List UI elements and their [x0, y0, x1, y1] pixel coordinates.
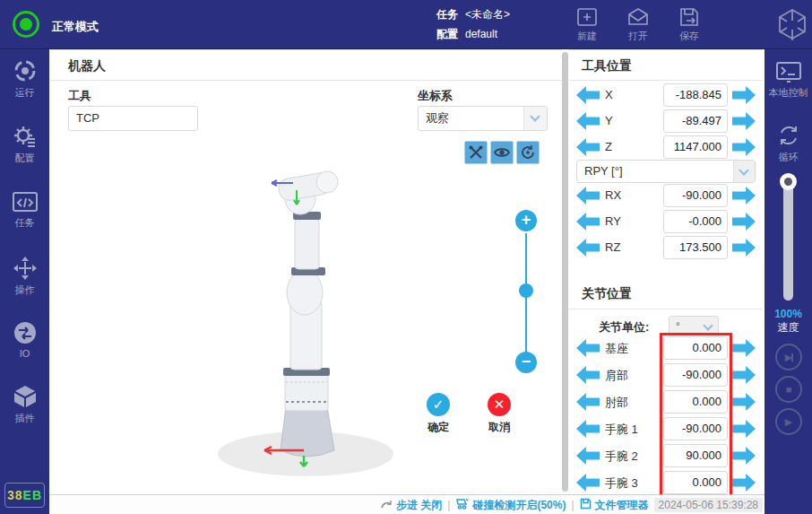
jog-plus-button[interactable] — [732, 138, 756, 156]
sidebar-item-label: 任务 — [0, 216, 49, 230]
zoom-out-button[interactable]: − — [515, 352, 537, 373]
robot-model — [216, 167, 413, 476]
jog-plus-button[interactable] — [732, 213, 756, 231]
play-button[interactable]: ▶ — [775, 408, 802, 435]
jog-minus-button[interactable] — [576, 138, 600, 156]
jog-minus-button[interactable] — [576, 447, 600, 465]
io-exchange-icon — [0, 320, 49, 345]
collision-detection-status[interactable]: 碰撞检测开启(50%) — [455, 498, 566, 513]
joint-value-input[interactable]: -90.000 — [663, 417, 728, 440]
frame-field-label: 坐标系 — [418, 88, 453, 104]
jog-plus-button[interactable] — [732, 474, 756, 492]
config-label: 配置 — [436, 28, 458, 40]
sidebar-item-io[interactable]: IO — [0, 320, 49, 359]
jog-minus-button[interactable] — [576, 213, 600, 231]
axis-value-input[interactable]: 1147.000 — [663, 135, 728, 159]
cancel-button[interactable]: ✕ — [488, 393, 511, 416]
joint-value-input[interactable]: 0.000 — [663, 336, 728, 360]
new-task-label: 新建 — [563, 30, 611, 43]
jog-plus-button[interactable] — [732, 366, 756, 384]
confirm-button[interactable]: ✓ — [427, 393, 450, 416]
chevron-down-icon — [523, 107, 547, 130]
view-visibility-button[interactable] — [490, 141, 514, 164]
view-reset-rotation-button[interactable] — [516, 141, 540, 164]
step-mode-status[interactable]: 步进 关闭 — [380, 498, 442, 513]
axis-value-input[interactable]: -90.000 — [663, 184, 728, 207]
file-manager-button[interactable]: 文件管理器 — [580, 498, 649, 513]
joint-position-title: 关节位置 — [582, 286, 632, 302]
axis-value-input[interactable]: -89.497 — [663, 109, 728, 133]
jog-plus-button[interactable] — [732, 239, 756, 257]
sidebar-item-operate[interactable]: 操作 — [0, 256, 49, 297]
jog-plus-button[interactable] — [732, 339, 756, 357]
view-tools-button[interactable] — [464, 141, 488, 164]
joint-label: 手腕 3 — [605, 475, 638, 492]
stop-button[interactable]: ■ — [775, 376, 802, 403]
cancel-label: 取消 — [472, 420, 526, 435]
open-task-button[interactable]: 打开 — [614, 6, 662, 43]
jog-plus-button[interactable] — [732, 86, 756, 104]
jog-minus-button[interactable] — [576, 420, 600, 438]
new-file-icon — [563, 6, 611, 28]
divider — [569, 309, 763, 309]
task-line: 任务<未命名> — [436, 7, 510, 22]
jog-plus-button[interactable] — [732, 187, 756, 205]
sidebar-item-config[interactable]: 配置 — [0, 124, 49, 165]
speed-slider-track[interactable] — [783, 184, 793, 301]
zoom-in-button[interactable]: + — [515, 210, 537, 231]
jog-minus-button[interactable] — [576, 474, 600, 492]
rotate-reset-icon — [517, 144, 539, 161]
joint-row-base: 基座 0.000 — [569, 336, 763, 360]
file-manager-text: 文件管理器 — [595, 498, 649, 513]
rotation-format-select[interactable]: RPY [°] — [576, 160, 756, 183]
config-value: default — [465, 28, 497, 40]
panel-splitter[interactable] — [562, 52, 568, 492]
joint-value-input[interactable]: -90.000 — [663, 363, 728, 387]
axis-value-input[interactable]: -188.845 — [663, 83, 728, 107]
sidebar-item-task[interactable]: 任务 — [0, 190, 49, 230]
joint-row-wrist1: 手腕 1 -90.000 — [569, 417, 763, 440]
left-nav-sidebar: 运行 配置 任务 操作 IO 插件 38EB — [0, 49, 49, 514]
sidebar-item-run[interactable]: 运行 — [0, 58, 49, 100]
tool-position-title: 工具位置 — [582, 58, 632, 74]
robot-id-badge: 38EB — [4, 483, 45, 508]
jog-minus-button[interactable] — [576, 366, 600, 384]
check-icon: ✓ — [433, 396, 445, 412]
speed-slider-handle[interactable] — [780, 173, 797, 190]
jog-minus-button[interactable] — [576, 187, 600, 205]
tool-name-input[interactable]: TCP — [68, 106, 198, 131]
joint-unit-select[interactable]: ° — [669, 316, 719, 337]
joint-row-elbow: 肘部 0.000 — [569, 390, 763, 414]
jog-plus-button[interactable] — [732, 420, 756, 438]
collision-text: 碰撞检测开启(50%) — [472, 498, 566, 513]
terminal-icon — [764, 60, 812, 83]
loop-button[interactable]: 循环 — [764, 123, 812, 164]
jog-minus-button[interactable] — [576, 393, 600, 411]
sidebar-item-label: 配置 — [0, 152, 49, 165]
jog-minus-button[interactable] — [576, 339, 600, 357]
jog-minus-button[interactable] — [576, 86, 600, 104]
joint-value-input[interactable]: 0.000 — [663, 390, 728, 414]
joint-label: 基座 — [605, 341, 628, 357]
chevron-down-icon — [703, 320, 713, 330]
speed-percent: 100% — [764, 308, 812, 320]
joint-value-input[interactable]: 0.000 — [663, 471, 728, 494]
jog-plus-button[interactable] — [732, 393, 756, 411]
axis-value-input[interactable]: -0.000 — [663, 210, 728, 233]
frame-select[interactable]: 观察 — [418, 106, 548, 131]
code-window-icon — [0, 190, 49, 213]
joint-label: 肩部 — [605, 368, 628, 384]
step-forward-button[interactable]: ▶ — [775, 344, 802, 370]
jog-plus-button[interactable] — [732, 447, 756, 465]
axis-value-input[interactable]: 173.500 — [663, 236, 728, 259]
jog-minus-button[interactable] — [576, 239, 600, 257]
jog-minus-button[interactable] — [576, 112, 600, 130]
save-task-button[interactable]: 保存 — [665, 6, 713, 43]
new-task-button[interactable]: 新建 — [563, 6, 611, 43]
sidebar-item-plugin[interactable]: 插件 — [0, 384, 49, 425]
jog-plus-button[interactable] — [732, 112, 756, 130]
zoom-slider-handle[interactable] — [519, 283, 533, 298]
move-arrows-icon — [0, 256, 49, 281]
local-control-button[interactable]: 本地控制 — [764, 60, 812, 100]
joint-value-input[interactable]: 90.000 — [663, 444, 728, 467]
